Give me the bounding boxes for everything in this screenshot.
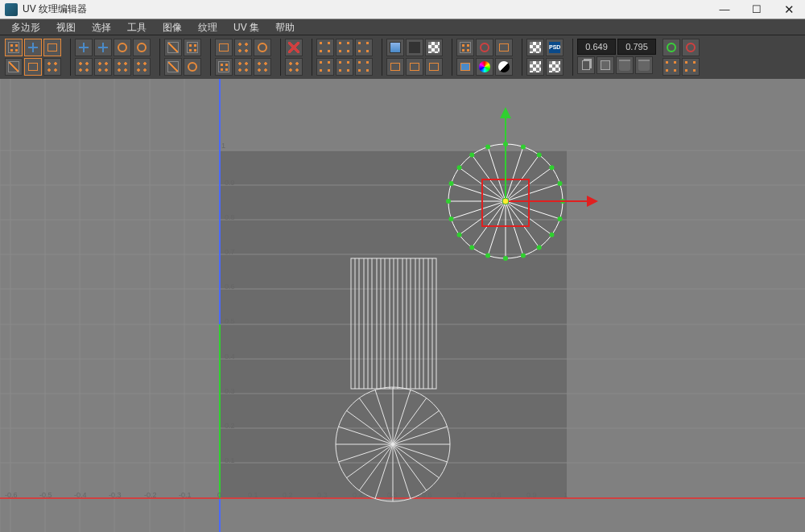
axis-label-y-0.3: 0.3 xyxy=(225,387,235,395)
axis-label-y-0.1: 0.1 xyxy=(225,456,235,464)
menu-view[interactable]: 视图 xyxy=(48,19,84,35)
tool-distribute-icon[interactable] xyxy=(114,58,131,76)
tool-image-icon[interactable] xyxy=(386,39,404,56)
tool-rotate-cw-icon[interactable] xyxy=(133,39,151,56)
menu-select[interactable]: 选择 xyxy=(84,19,119,35)
tool-shell-select-icon[interactable] xyxy=(316,39,334,56)
axis-label-y-0.4: 0.4 xyxy=(225,353,235,361)
window-title: UV 纹理编辑器 xyxy=(23,2,708,16)
tool-swap-icon[interactable] xyxy=(495,39,513,56)
tool-bw-icon[interactable] xyxy=(495,58,513,76)
axis-label-x-0.4: 0.4 xyxy=(353,491,363,499)
menu-image[interactable]: 图像 xyxy=(155,19,190,35)
tool-target-icon[interactable] xyxy=(285,58,303,76)
tool-align-v-icon[interactable] xyxy=(94,58,112,76)
tool-trash2-icon[interactable] xyxy=(635,56,653,74)
tool-trash-icon[interactable] xyxy=(616,56,634,74)
tool-frame-all-icon[interactable] xyxy=(682,58,700,76)
tool-frame-icon[interactable] xyxy=(663,58,680,76)
tool-pixel-snap-icon[interactable] xyxy=(234,58,252,76)
tool-cycle-icon[interactable] xyxy=(254,39,271,56)
axis-label-x--0.6: -0.6 xyxy=(5,491,18,499)
axis-label-x-0.6: 0.6 xyxy=(422,491,432,499)
toolbars: PSD xyxy=(0,35,805,80)
axis-label-x-0.5: 0.5 xyxy=(387,491,398,499)
menu-uvset[interactable]: UV 集 xyxy=(225,19,267,35)
tool-checker-icon[interactable] xyxy=(425,39,443,56)
tool-uv-lattice-icon[interactable] xyxy=(5,39,23,56)
tool-snap-icon[interactable] xyxy=(133,58,151,76)
tool-move-uv-icon[interactable] xyxy=(24,39,42,56)
uv-v-input[interactable] xyxy=(617,39,656,55)
manipulator-y-axis[interactable] xyxy=(505,109,506,198)
axis-label-x--0.5: -0.5 xyxy=(39,491,52,499)
tool-bake2-icon[interactable] xyxy=(526,58,544,76)
menu-texture[interactable]: 纹理 xyxy=(190,19,225,35)
axis-label-x-0.8: 0.8 xyxy=(491,491,502,499)
tool-edge-select-icon[interactable] xyxy=(336,39,353,56)
tool-match-icon[interactable] xyxy=(254,58,271,76)
app-icon xyxy=(5,3,18,16)
tool-relax-icon[interactable] xyxy=(184,39,201,56)
axis-label-x-0.9: 0.9 xyxy=(526,491,537,499)
close-button[interactable]: ✕ xyxy=(773,0,805,19)
tool-options-icon[interactable] xyxy=(682,39,700,56)
tool-refresh-icon[interactable] xyxy=(663,39,680,56)
tool-rotate-ccw-icon[interactable] xyxy=(114,39,131,56)
menu-tool[interactable]: 工具 xyxy=(119,19,155,35)
axis-label-x-0: 0 xyxy=(217,491,221,499)
tool-layout-icon[interactable] xyxy=(164,58,182,76)
tool-align-u-icon[interactable] xyxy=(75,58,93,76)
axis-label-x--0.1: -0.1 xyxy=(179,491,192,499)
tool-color-icon[interactable] xyxy=(476,58,493,76)
tool-border-select-icon[interactable] xyxy=(336,58,353,76)
tool-ratio-icon[interactable] xyxy=(425,58,443,76)
svg-point-80 xyxy=(521,144,526,149)
axis-label-y-0.6: 0.6 xyxy=(225,282,235,291)
tool-delete-icon[interactable] xyxy=(285,39,303,56)
menu-help[interactable]: 帮助 xyxy=(267,19,303,35)
tool-cut-uv-icon[interactable] xyxy=(24,58,42,76)
axis-label-1-top: 1 xyxy=(221,142,225,150)
svg-point-98 xyxy=(485,144,490,149)
tool-grid-snap-icon[interactable] xyxy=(215,58,233,76)
tool-select-uv-icon[interactable] xyxy=(43,39,61,56)
uv-u-input[interactable] xyxy=(577,39,616,55)
axis-label-y-0.9: 0.9 xyxy=(225,179,235,187)
tool-bake3-icon[interactable] xyxy=(546,58,564,76)
tool-unfold-icon[interactable] xyxy=(164,39,182,56)
tool-vertex-select-icon[interactable] xyxy=(316,58,334,76)
tool-dim-icon[interactable] xyxy=(406,39,423,56)
minimize-button[interactable]: — xyxy=(708,0,741,19)
tool-bake-icon[interactable] xyxy=(526,39,544,56)
tool-copy-uv-icon[interactable] xyxy=(577,56,595,74)
axis-label-x--0.3: -0.3 xyxy=(109,491,122,499)
tool-flip-u-icon[interactable] xyxy=(75,39,93,56)
tool-smudge-icon[interactable] xyxy=(5,58,23,76)
tool-face-select-icon[interactable] xyxy=(355,39,373,56)
menubar: 多边形 视图 选择 工具 图像 纹理 UV 集 帮助 xyxy=(0,19,805,35)
axis-label-x-0.1: 0.1 xyxy=(248,491,258,499)
tool-display-grid-icon[interactable] xyxy=(456,39,474,56)
tool-sew-uv-icon[interactable] xyxy=(43,58,61,76)
tool-flip-v-icon[interactable] xyxy=(94,39,112,56)
tool-shade-icon[interactable] xyxy=(456,58,474,76)
tool-reload-icon[interactable] xyxy=(476,39,493,56)
uv-viewport[interactable]: 1 0.9 0.8 0.7 0.6 0.5 0.4 0.3 0.2 0.1 -0… xyxy=(0,79,805,532)
tool-merge-icon[interactable] xyxy=(234,39,252,56)
axis-label-y-0.2: 0.2 xyxy=(225,422,235,430)
tool-unfiltered-icon[interactable] xyxy=(406,58,423,76)
axis-label-x--0.2: -0.2 xyxy=(144,491,157,499)
manipulator-x-axis[interactable] xyxy=(509,200,596,202)
tool-split-icon[interactable] xyxy=(215,39,233,56)
maximize-button[interactable]: ☐ xyxy=(741,0,773,19)
tool-psd-icon[interactable]: PSD xyxy=(546,39,564,56)
tool-paste-uv-icon[interactable] xyxy=(597,56,614,74)
v-axis-positive xyxy=(219,324,221,498)
menu-polygon[interactable]: 多边形 xyxy=(3,19,48,35)
tool-normalize-icon[interactable] xyxy=(184,58,201,76)
axis-label-x--0.4: -0.4 xyxy=(74,491,87,499)
tool-filtered-icon[interactable] xyxy=(386,58,404,76)
axis-label-y-0.5: 0.5 xyxy=(225,317,235,325)
tool-all-select-icon[interactable] xyxy=(355,58,373,76)
